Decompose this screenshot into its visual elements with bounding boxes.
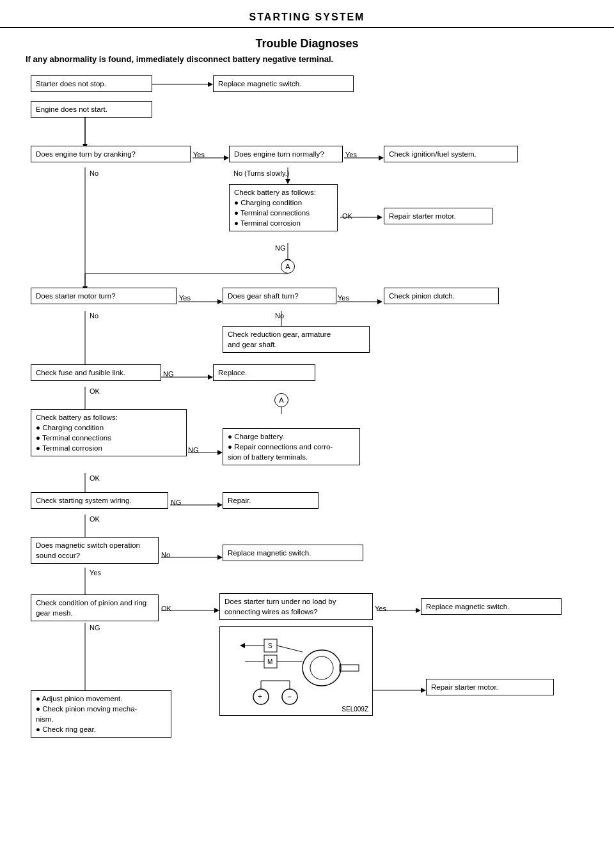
box-replace: Replace.: [213, 364, 315, 381]
label-ng-check-fuse: NG: [163, 370, 174, 378]
box-magnetic-switch-sound: Does magnetic switch operation sound occ…: [31, 537, 159, 564]
label-ok-battery-top: OK: [342, 212, 352, 220]
circle-a-mid: A: [274, 393, 288, 407]
svg-marker-12: [377, 215, 382, 220]
label-ok-pinion: OK: [161, 605, 171, 612]
header-title: STARTING SYSTEM: [0, 12, 614, 23]
label-yes-starter-no-load: Yes: [375, 605, 386, 612]
box-check-reduction-gear: Check reduction gear, armature and gear …: [223, 326, 370, 353]
box-replace-magnetic-top: Replace magnetic switch.: [213, 75, 354, 92]
svg-point-60: [303, 650, 341, 686]
box-repair-starter-bot: Repair starter motor.: [426, 679, 554, 695]
page-header: STARTING SYSTEM: [0, 0, 614, 28]
circle-a-top: A: [281, 260, 295, 274]
svg-marker-6: [224, 155, 229, 160]
svg-text:+: +: [258, 692, 262, 701]
svg-marker-47: [416, 608, 421, 613]
box-check-battery-mid: Check battery as follows: ● Charging con…: [31, 409, 187, 456]
svg-marker-59: [240, 643, 245, 648]
diagram-area: Starter does not stop. Replace magnetic …: [19, 70, 595, 863]
box-check-ignition-fuel: Check ignition/fuel system.: [384, 146, 518, 162]
svg-text:−: −: [287, 692, 292, 701]
svg-marker-20: [217, 299, 223, 304]
svg-marker-41: [217, 555, 223, 560]
diagram-label: SEL009Z: [342, 706, 368, 713]
svg-text:M: M: [267, 658, 272, 665]
subtitle: If any abnormality is found, immediately…: [26, 54, 614, 64]
label-yes-engine-normally: Yes: [345, 151, 357, 159]
box-replace-magnetic-bot: Replace magnetic switch.: [421, 598, 562, 615]
box-check-fuse: Check fuse and fusible link.: [31, 364, 161, 381]
label-ok-check-fuse: OK: [90, 387, 100, 395]
label-no-starter-motor: No: [90, 312, 98, 320]
svg-marker-1: [208, 82, 213, 87]
svg-rect-62: [340, 665, 359, 671]
svg-marker-45: [214, 608, 219, 613]
svg-marker-22: [377, 299, 382, 304]
svg-marker-50: [421, 688, 426, 693]
svg-text:S: S: [268, 642, 272, 649]
circuit-diagram: S M + − SEL009Z: [219, 626, 373, 716]
box-check-starting-wiring: Check starting system wiring.: [31, 492, 168, 509]
box-charge-battery: ● Charge battery. ● Repair connections a…: [223, 428, 360, 465]
svg-marker-8: [379, 155, 384, 160]
label-no-gear-shaft: No: [275, 312, 284, 320]
label-ng-battery-mid: NG: [188, 446, 199, 454]
box-engine-not-start: Engine does not start.: [31, 101, 152, 118]
svg-marker-10: [285, 179, 290, 184]
svg-marker-33: [217, 450, 223, 455]
box-replace-magnetic-mid: Replace magnetic switch.: [223, 545, 363, 561]
box-repair: Repair.: [223, 492, 319, 509]
label-ng-wiring: NG: [171, 499, 182, 506]
box-gear-shaft-turn: Does gear shaft turn?: [223, 288, 336, 304]
label-yes-magnetic-sound: Yes: [90, 569, 101, 577]
box-starter-motor-turn: Does starter motor turn?: [31, 288, 177, 304]
label-no-engine-cranking: No: [90, 169, 98, 177]
box-check-pinion-clutch: Check pinion clutch.: [384, 288, 499, 304]
box-starter-no-load: Does starter turn under no load by conne…: [219, 593, 373, 620]
box-starter-not-stop: Starter does not stop.: [31, 75, 152, 92]
box-check-pinion-condition: Check condition of pinion and ring gear …: [31, 594, 159, 621]
box-engine-turn-normally: Does engine turn normally?: [229, 146, 343, 162]
page-title: Trouble Diagnoses: [0, 37, 614, 50]
label-ok-battery-mid: OK: [90, 474, 100, 482]
box-adjust-pinion: ● Adjust pinion movement. ● Check pinion…: [31, 690, 171, 738]
label-ng-pinion: NG: [90, 624, 100, 632]
label-yes-starter-motor: Yes: [179, 294, 191, 302]
box-engine-turn-cranking: Does engine turn by cranking?: [31, 146, 191, 162]
box-check-battery-top: Check battery as follows: ● Charging con…: [229, 184, 338, 231]
svg-marker-28: [208, 375, 213, 380]
label-no-turns-slowly: No (Turns slowly.): [233, 169, 289, 177]
box-repair-starter-top: Repair starter motor.: [384, 208, 492, 224]
label-ok-wiring: OK: [90, 515, 100, 523]
label-yes-gear-shaft: Yes: [338, 294, 349, 302]
svg-line-63: [277, 646, 303, 652]
label-no-magnetic-sound: No: [161, 551, 170, 559]
label-yes-engine-cranking: Yes: [193, 151, 205, 159]
svg-marker-37: [217, 502, 223, 508]
label-ng-battery-top: NG: [275, 244, 286, 252]
svg-point-61: [310, 656, 333, 679]
